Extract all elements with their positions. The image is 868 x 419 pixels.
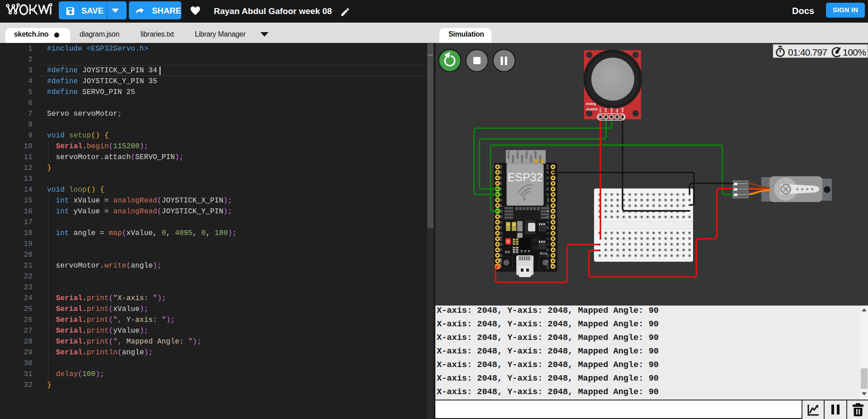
svg-text:GND: GND [500,236,503,241]
svg-text:Joystick: Joystick [586,108,598,111]
svg-text:EN: EN [500,170,503,174]
svg-text:GND: GND [621,108,624,113]
svg-text:VER: VER [604,108,607,113]
svg-text:22: 22 [547,177,549,179]
svg-text:SEL: SEL [616,108,618,113]
svg-text:5: 5 [547,216,549,217]
svg-text:HOR: HOR [610,108,613,113]
svg-text:VP: VP [500,176,503,179]
svg-text:TX: TX [547,182,549,185]
svg-text:14: 14 [500,226,503,229]
svg-text:19: 19 [547,204,549,207]
svg-text:27: 27 [500,221,503,224]
svg-text:VCC: VCC [599,108,602,113]
svg-text:15: 15 [547,249,549,251]
svg-text:13: 13 [500,243,503,246]
svg-text:18: 18 [547,210,549,212]
svg-text:RX: RX [547,187,549,191]
svg-text:CLK: CLK [547,264,549,268]
svg-text:2: 2 [547,244,549,245]
svg-text:21: 21 [547,193,549,196]
svg-text:0: 0 [547,238,549,240]
svg-text:GND: GND [547,198,549,203]
svg-text:17: 17 [547,221,549,224]
svg-text:GND: GND [547,164,549,169]
svg-text:VN: VN [500,182,503,185]
svg-text:23: 23 [547,171,549,174]
svg-text:3V3: 3V3 [500,165,503,169]
svg-text:33: 33 [500,204,503,207]
svg-text:D1: D1 [547,254,549,257]
svg-text:16: 16 [547,226,549,229]
svg-text:ESP32: ESP32 [508,171,543,184]
svg-text:D2: D2 [500,248,503,251]
svg-text:01:40.797: 01:40.797 [788,47,827,57]
svg-text:Analog: Analog [586,102,596,106]
svg-text:EN: EN [505,250,510,254]
svg-text:32: 32 [500,199,503,202]
svg-text:D3: D3 [500,254,503,257]
svg-text:CMD: CMD [500,258,503,264]
svg-text:26: 26 [500,215,503,218]
svg-text:D0: D0 [547,259,549,263]
svg-text:4: 4 [547,232,549,234]
svg-text:100%: 100% [843,47,866,57]
svg-text:12: 12 [500,232,503,235]
